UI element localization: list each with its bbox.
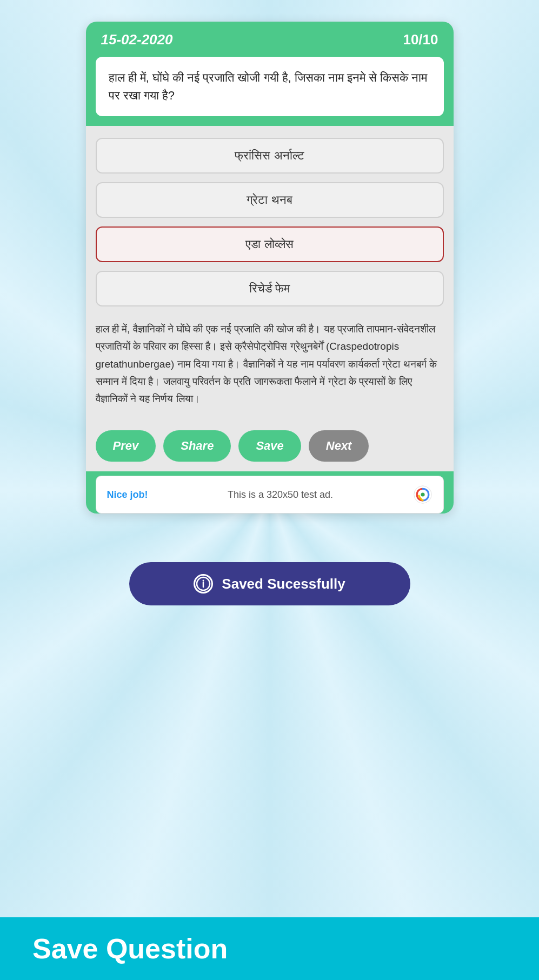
prev-button[interactable]: Prev — [96, 430, 156, 462]
main-card: 15-02-2020 10/10 हाल ही में, घोंघे की नई… — [86, 22, 454, 514]
option-1[interactable]: फ्रांसिस अर्नाल्ट — [96, 138, 444, 174]
toast-info-icon — [194, 574, 213, 594]
header-count: 10/10 — [403, 31, 438, 48]
next-button[interactable]: Next — [309, 430, 369, 462]
share-button[interactable]: Share — [163, 430, 231, 462]
ad-nicejob-text: Nice job! — [107, 489, 148, 501]
ad-logo-icon — [413, 485, 432, 504]
bottom-bar: Save Question — [0, 917, 539, 980]
header-date: 15-02-2020 — [101, 31, 173, 48]
bottom-bar-label: Save Question — [32, 933, 228, 964]
ad-body-text: This is a 320x50 test ad. — [155, 489, 407, 501]
option-2[interactable]: ग्रेटा थनब — [96, 182, 444, 218]
option-4[interactable]: रिचेर्ड फेम — [96, 271, 444, 306]
option-3[interactable]: एडा लोव्लेस — [96, 226, 444, 262]
svg-point-1 — [421, 493, 424, 497]
ad-banner: Nice job! This is a 320x50 test ad. — [96, 476, 444, 514]
question-text: हाल ही में, घोंघे की नई प्रजाति खोजी गयी… — [109, 69, 431, 104]
toast-text: Saved Sucessfully — [222, 576, 345, 592]
saved-toast: Saved Sucessfully — [129, 562, 410, 605]
question-box: हाल ही में, घोंघे की नई प्रजाति खोजी गयी… — [96, 57, 444, 116]
card-header: 15-02-2020 10/10 — [86, 22, 454, 57]
explanation-area: हाल ही में, वैज्ञानिकों ने घोंघे की एक न… — [86, 318, 454, 423]
save-button[interactable]: Save — [238, 430, 301, 462]
action-buttons: Prev Share Save Next — [86, 423, 454, 471]
svg-point-4 — [203, 580, 204, 582]
explanation-text: हाल ही में, वैज्ञानिकों ने घोंघे की एक न… — [96, 318, 444, 413]
options-area: फ्रांसिस अर्नाल्ट ग्रेटा थनब एडा लोव्लेस… — [86, 126, 454, 318]
